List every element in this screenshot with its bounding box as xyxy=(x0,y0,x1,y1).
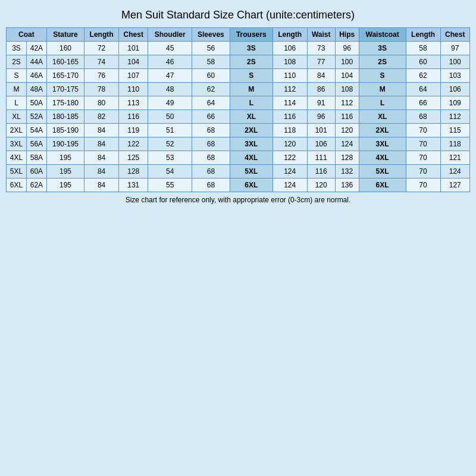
stature-val: 160 xyxy=(46,42,84,55)
t-length-val: 124 xyxy=(273,165,307,178)
sleeves-val: 68 xyxy=(192,137,230,151)
waist-header: Waist xyxy=(307,28,335,42)
w-length-val: 58 xyxy=(406,42,440,55)
t-length-val: 124 xyxy=(273,178,307,192)
sleeves-val: 56 xyxy=(192,42,230,55)
chest-val: 104 xyxy=(119,55,148,69)
sleeves-header: Sleeves xyxy=(192,28,230,42)
shoulder-val: 53 xyxy=(148,151,192,165)
coat-size: 3XL xyxy=(7,137,27,151)
w-length-header: Length xyxy=(406,28,440,42)
length-val: 72 xyxy=(84,42,119,55)
stature-val: 185-190 xyxy=(46,124,84,137)
shoulder-val: 47 xyxy=(148,69,192,83)
chest-val: 107 xyxy=(119,69,148,83)
waist-val: 120 xyxy=(307,178,335,192)
waist-val: 106 xyxy=(307,137,335,151)
sleeves-val: 58 xyxy=(192,55,230,69)
table-row: L50A175-180801134964L11491112L66109 xyxy=(7,96,470,110)
hips-val: 124 xyxy=(335,137,359,151)
t-length-val: 112 xyxy=(273,83,307,96)
t-length-val: 120 xyxy=(273,137,307,151)
length-val: 78 xyxy=(84,83,119,96)
waistcoat-header: Waistcoat xyxy=(359,28,406,42)
shoulder-val: 48 xyxy=(148,83,192,96)
table-row: 3S42A1607210145563S10673963S5897 xyxy=(7,42,470,55)
w-length-val: 66 xyxy=(406,96,440,110)
coat-code: 44A xyxy=(26,55,46,69)
w-chest-val: 115 xyxy=(440,124,469,137)
trousers-size: 3XL xyxy=(230,137,273,151)
t-length-val: 110 xyxy=(273,69,307,83)
w-chest-val: 112 xyxy=(440,110,469,124)
trousers-size: 6XL xyxy=(230,178,273,192)
t-length-val: 108 xyxy=(273,55,307,69)
chest-val: 113 xyxy=(119,96,148,110)
w-chest-val: 127 xyxy=(440,178,469,192)
waist-val: 84 xyxy=(307,69,335,83)
shoulder-val: 49 xyxy=(148,96,192,110)
sleeves-val: 64 xyxy=(192,96,230,110)
t-length-val: 118 xyxy=(273,124,307,137)
shoulder-header: Shoudler xyxy=(148,28,192,42)
length-header: Length xyxy=(84,28,119,42)
coat-size: 6XL xyxy=(7,178,27,192)
sleeves-val: 68 xyxy=(192,124,230,137)
hips-val: 100 xyxy=(335,55,359,69)
stature-val: 175-180 xyxy=(46,96,84,110)
length-val: 82 xyxy=(84,110,119,124)
shoulder-val: 50 xyxy=(148,110,192,124)
sleeves-val: 68 xyxy=(192,165,230,178)
coat-code: 54A xyxy=(26,124,46,137)
coat-code: 52A xyxy=(26,110,46,124)
hips-val: 132 xyxy=(335,165,359,178)
t-length-val: 122 xyxy=(273,151,307,165)
waistcoat-size: 4XL xyxy=(359,151,406,165)
chest-val: 122 xyxy=(119,137,148,151)
w-length-val: 70 xyxy=(406,165,440,178)
table-row: 6XL62A1958413155686XL1241201366XL70127 xyxy=(7,178,470,192)
hips-val: 104 xyxy=(335,69,359,83)
waist-val: 101 xyxy=(307,124,335,137)
waistcoat-size: 3S xyxy=(359,42,406,55)
waistcoat-size: 6XL xyxy=(359,178,406,192)
hips-val: 128 xyxy=(335,151,359,165)
coat-code: 42A xyxy=(26,42,46,55)
sleeves-val: 62 xyxy=(192,83,230,96)
shoulder-val: 45 xyxy=(148,42,192,55)
sleeves-val: 68 xyxy=(192,178,230,192)
waist-val: 77 xyxy=(307,55,335,69)
coat-code: 60A xyxy=(26,165,46,178)
coat-code: 46A xyxy=(26,69,46,83)
waistcoat-size: M xyxy=(359,83,406,96)
stature-header: Stature xyxy=(46,28,84,42)
waist-val: 86 xyxy=(307,83,335,96)
trousers-size: 2XL xyxy=(230,124,273,137)
shoulder-val: 51 xyxy=(148,124,192,137)
w-length-val: 70 xyxy=(406,178,440,192)
chest-val: 116 xyxy=(119,110,148,124)
shoulder-val: 55 xyxy=(148,178,192,192)
w-chest-val: 103 xyxy=(440,69,469,83)
stature-val: 195 xyxy=(46,151,84,165)
w-length-val: 64 xyxy=(406,83,440,96)
coat-size: 3S xyxy=(7,42,27,55)
waistcoat-size: XL xyxy=(359,110,406,124)
trousers-size: XL xyxy=(230,110,273,124)
length-val: 84 xyxy=(84,165,119,178)
size-chart-wrapper: Coat Stature Length Chest Shoudler Sleev… xyxy=(6,27,470,192)
w-chest-val: 109 xyxy=(440,96,469,110)
coat-code: 56A xyxy=(26,137,46,151)
w-length-val: 68 xyxy=(406,110,440,124)
length-val: 84 xyxy=(84,151,119,165)
page-title: Men Suit Standard Size Chart (unite:cent… xyxy=(121,9,355,21)
length-val: 76 xyxy=(84,69,119,83)
length-val: 84 xyxy=(84,124,119,137)
coat-code: 50A xyxy=(26,96,46,110)
length-val: 84 xyxy=(84,137,119,151)
coat-size: XL xyxy=(7,110,27,124)
w-length-val: 70 xyxy=(406,151,440,165)
hips-val: 112 xyxy=(335,96,359,110)
coat-code: 58A xyxy=(26,151,46,165)
w-chest-val: 100 xyxy=(440,55,469,69)
